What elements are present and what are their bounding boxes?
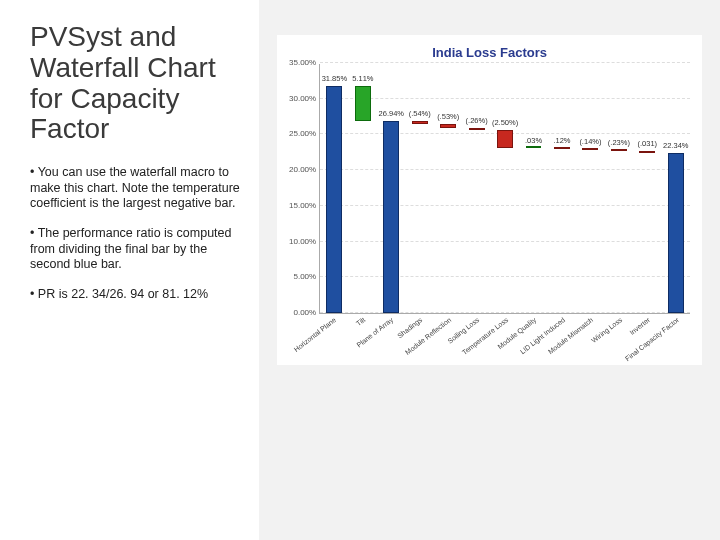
bar-value-label: (.23%) (608, 138, 630, 147)
waterfall-plot: 0.00%5.00%10.00%15.00%20.00%25.00%30.00%… (319, 64, 690, 314)
x-tick-label: Final Capacity Factor (624, 316, 680, 362)
y-gridline: 15.00% (320, 205, 690, 206)
y-gridline: 0.00% (320, 312, 690, 313)
waterfall-bar (355, 86, 371, 121)
waterfall-bar (611, 149, 627, 151)
x-tick-label: Shadings (396, 316, 423, 339)
bar-value-label: (.54%) (409, 109, 431, 118)
left-column: PVSyst and Waterfall Chart for Capacity … (0, 0, 259, 540)
bar-value-label: (.14%) (579, 137, 601, 146)
waterfall-bar (440, 124, 456, 128)
bar-value-label: (2.50%) (492, 118, 518, 127)
waterfall-bar (554, 147, 570, 149)
y-tick-label: 5.00% (282, 272, 316, 281)
y-gridline: 5.00% (320, 276, 690, 277)
x-axis-labels: Horizontal PlaneTiltPlane of ArrayShadin… (319, 314, 690, 364)
y-tick-label: 30.00% (282, 94, 316, 103)
waterfall-bar (383, 121, 399, 313)
slide-root: PVSyst and Waterfall Chart for Capacity … (0, 0, 720, 540)
bar-value-label: 5.11% (352, 74, 373, 83)
bar-value-label: 26.94% (379, 109, 404, 118)
chart-title: India Loss Factors (283, 45, 696, 60)
y-tick-label: 35.00% (282, 58, 316, 67)
page-title: PVSyst and Waterfall Chart for Capacity … (30, 22, 249, 145)
waterfall-bar (326, 86, 342, 314)
bullet-item: PR is 22. 34/26. 94 or 81. 12% (30, 287, 249, 303)
y-tick-label: 15.00% (282, 201, 316, 210)
waterfall-bar (582, 148, 598, 150)
y-gridline: 30.00% (320, 98, 690, 99)
x-tick-label: Inverter (629, 316, 652, 336)
y-tick-label: 10.00% (282, 237, 316, 246)
bar-value-label: (.031) (638, 139, 658, 148)
x-tick-label: Tilt (355, 316, 366, 327)
bar-value-label: (.26%) (466, 116, 488, 125)
y-tick-label: 20.00% (282, 165, 316, 174)
bullet-item: You can use the waterfall macro to make … (30, 165, 249, 212)
bar-value-label: (.53%) (437, 112, 459, 121)
waterfall-bar (526, 146, 542, 148)
bullet-list: You can use the waterfall macro to make … (30, 165, 249, 302)
y-gridline: 10.00% (320, 241, 690, 242)
bar-value-label: 31.85% (322, 74, 347, 83)
waterfall-bar (412, 121, 428, 125)
waterfall-bar (469, 128, 485, 130)
x-tick-label: Horizontal Plane (293, 316, 338, 353)
y-gridline: 35.00% (320, 62, 690, 63)
waterfall-bar (668, 153, 684, 313)
chart-container: India Loss Factors 0.00%5.00%10.00%15.00… (277, 35, 702, 365)
bar-value-label: 22.34% (663, 141, 688, 150)
y-tick-label: 0.00% (282, 308, 316, 317)
x-tick-label: Wiring Loss (590, 316, 623, 344)
waterfall-bar (497, 130, 513, 148)
y-tick-label: 25.00% (282, 129, 316, 138)
y-gridline: 20.00% (320, 169, 690, 170)
waterfall-bar (639, 151, 655, 153)
bullet-item: The performance ratio is computed from d… (30, 226, 249, 273)
bar-value-label: .12% (553, 136, 570, 145)
right-column: India Loss Factors 0.00%5.00%10.00%15.00… (259, 0, 720, 540)
bar-value-label: .03% (525, 136, 542, 145)
